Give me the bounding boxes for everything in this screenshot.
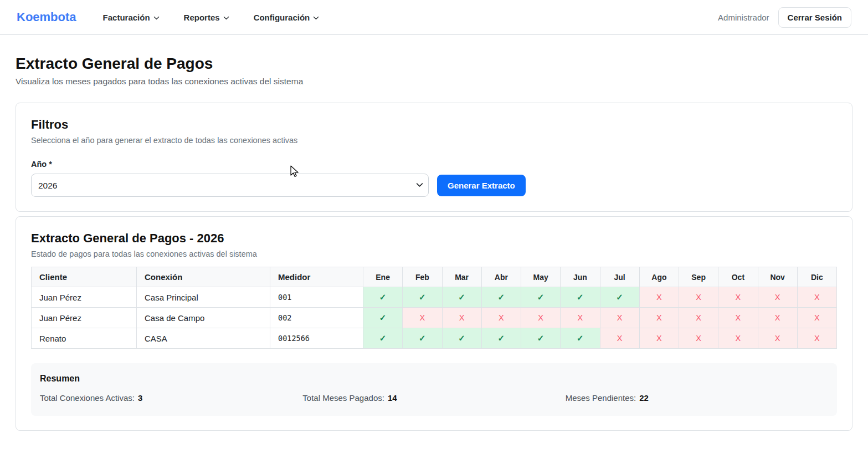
cell-month-paid: ✓: [442, 328, 481, 349]
cell-cliente: Renato: [32, 328, 137, 349]
filter-row: 2026 Generar Extracto: [31, 174, 837, 197]
year-select-wrap: 2026: [31, 174, 429, 197]
cell-month-pending: X: [797, 308, 836, 328]
nav-menu: FacturaciónReportesConfiguración: [103, 13, 718, 22]
cell-month-pending: X: [600, 308, 639, 328]
table-header: ClienteConexiónMedidorEneFebMarAbrMayJun…: [32, 267, 837, 287]
main-content: Extracto General de Pagos Visualiza los …: [0, 55, 868, 431]
cell-month-paid: ✓: [363, 328, 403, 349]
user-name-label: Administrador: [718, 13, 769, 22]
cell-month-pending: X: [442, 308, 481, 328]
col-header-month: Sep: [679, 267, 718, 287]
extract-card: Extracto General de Pagos - 2026 Estado …: [16, 216, 852, 431]
nav-item-label: Facturación: [103, 13, 150, 22]
nav-item-configuracion[interactable]: Configuración: [254, 13, 320, 22]
cell-month-pending: X: [561, 308, 600, 328]
summary-stat: Meses Pendientes:22: [566, 393, 828, 403]
cell-month-paid: ✓: [403, 328, 442, 349]
summary-stat-value: 3: [138, 393, 142, 403]
col-header-month: Ene: [363, 267, 403, 287]
filters-title: Filtros: [31, 118, 837, 132]
year-select[interactable]: 2026: [31, 174, 429, 197]
summary-stat: Total Meses Pagados:14: [302, 393, 565, 403]
col-header-medidor: Medidor: [270, 267, 363, 287]
col-header-month: Feb: [403, 267, 442, 287]
col-header-month: Jun: [561, 267, 600, 287]
table-row: Juan PérezCasa Principal001✓✓✓✓✓✓✓XXXXX: [32, 287, 837, 308]
col-header-month: Oct: [718, 267, 758, 287]
cell-month-paid: ✓: [521, 328, 561, 349]
cell-month-pending: X: [639, 287, 679, 308]
navbar: Koembota FacturaciónReportesConfiguració…: [0, 0, 868, 35]
navbar-right: Administrador Cerrar Sesión: [718, 7, 851, 28]
nav-item-facturacion[interactable]: Facturación: [103, 13, 160, 22]
nav-item-label: Configuración: [254, 13, 310, 22]
generate-extract-button[interactable]: Generar Extracto: [437, 175, 526, 196]
filters-card: Filtros Selecciona el año para generar e…: [16, 103, 852, 212]
payments-table: ClienteConexiónMedidorEneFebMarAbrMayJun…: [31, 267, 837, 349]
cell-month-pending: X: [758, 287, 797, 308]
chevron-down-icon: [223, 15, 229, 21]
cell-month-paid: ✓: [481, 287, 521, 308]
cell-month-pending: X: [797, 287, 836, 308]
col-header-month: May: [521, 267, 561, 287]
table-row: Juan PérezCasa de Campo002✓XXXXXXXXXXX: [32, 308, 837, 328]
cell-month-pending: X: [679, 287, 718, 308]
page-subtitle: Visualiza los meses pagados para todas l…: [16, 77, 852, 86]
col-header-month: Nov: [758, 267, 797, 287]
cell-month-pending: X: [639, 328, 679, 349]
summary-stat-value: 22: [639, 393, 649, 403]
cell-month-pending: X: [403, 308, 442, 328]
page-title: Extracto General de Pagos: [16, 55, 852, 73]
extract-subtitle: Estado de pagos para todas las conexione…: [31, 250, 837, 258]
col-header-conexion: Conexión: [137, 267, 270, 287]
brand-logo[interactable]: Koembota: [17, 10, 76, 24]
col-header-month: Mar: [442, 267, 481, 287]
cell-month-pending: X: [797, 328, 836, 349]
cell-month-paid: ✓: [442, 287, 481, 308]
cell-month-pending: X: [758, 328, 797, 349]
col-header-month: Ago: [639, 267, 679, 287]
summary-panel: Resumen Total Conexiones Activas:3Total …: [31, 363, 837, 416]
cell-month-paid: ✓: [600, 287, 639, 308]
year-field-label: Año *: [31, 160, 837, 169]
chevron-down-icon: [153, 15, 160, 21]
extract-title: Extracto General de Pagos - 2026: [31, 231, 837, 246]
cell-month-paid: ✓: [561, 287, 600, 308]
cell-month-paid: ✓: [561, 328, 600, 349]
summary-stat: Total Conexiones Activas:3: [40, 393, 302, 403]
cell-month-pending: X: [679, 308, 718, 328]
cell-month-pending: X: [639, 308, 679, 328]
cell-month-pending: X: [679, 328, 718, 349]
summary-stats: Total Conexiones Activas:3Total Meses Pa…: [40, 393, 828, 403]
cell-conexion: Casa de Campo: [137, 308, 270, 328]
cell-medidor: 0012566: [270, 328, 363, 349]
cell-cliente: Juan Pérez: [32, 287, 137, 308]
cell-month-pending: X: [718, 287, 758, 308]
summary-stat-value: 14: [388, 393, 397, 403]
logout-button[interactable]: Cerrar Sesión: [778, 7, 851, 28]
col-header-month: Dic: [797, 267, 836, 287]
summary-stat-label: Total Meses Pagados:: [302, 393, 384, 403]
cell-month-paid: ✓: [481, 328, 521, 349]
col-header-month: Abr: [481, 267, 521, 287]
cell-month-pending: X: [718, 328, 758, 349]
cell-conexion: Casa Principal: [137, 287, 270, 308]
cell-month-pending: X: [758, 308, 797, 328]
cell-medidor: 001: [270, 287, 363, 308]
cell-conexion: CASA: [137, 328, 270, 349]
chevron-down-icon: [313, 15, 319, 21]
nav-item-label: Reportes: [184, 13, 220, 22]
nav-item-reportes[interactable]: Reportes: [184, 13, 229, 22]
cell-month-pending: X: [600, 328, 639, 349]
filters-subtitle: Selecciona el año para generar el extrac…: [31, 136, 837, 145]
table-row: RenatoCASA0012566✓✓✓✓✓✓XXXXXX: [32, 328, 837, 349]
col-header-cliente: Cliente: [32, 267, 137, 287]
cell-month-paid: ✓: [363, 287, 403, 308]
cell-month-pending: X: [521, 308, 561, 328]
cell-month-paid: ✓: [521, 287, 561, 308]
summary-stat-label: Meses Pendientes:: [566, 393, 636, 403]
summary-title: Resumen: [40, 374, 828, 384]
cell-cliente: Juan Pérez: [32, 308, 137, 328]
cell-month-pending: X: [481, 308, 521, 328]
